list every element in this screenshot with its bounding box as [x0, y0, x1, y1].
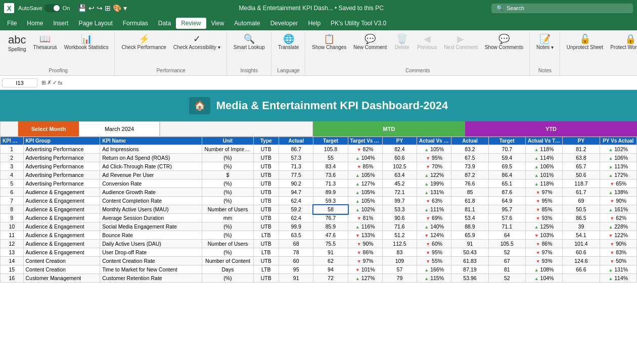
menu-view[interactable]: View: [206, 18, 230, 29]
check-accessibility-button[interactable]: ✓ Check Accessibility ▾: [170, 32, 223, 53]
protect-workbook-label: Protect Workbook: [610, 44, 637, 51]
table-row[interactable]: 16Customer ManagementCustomer Retention …: [1, 274, 637, 283]
translate-button[interactable]: 🌐 Translate: [275, 32, 302, 53]
more-icon[interactable]: ▾: [123, 4, 127, 12]
search-box[interactable]: 🔍 Search: [491, 4, 633, 13]
notes-button[interactable]: 📝 Notes ▾: [533, 32, 557, 53]
fill-icon[interactable]: 🎨: [113, 4, 121, 12]
autosave-section: AutoSave On: [18, 4, 70, 12]
save-icon[interactable]: 💾: [78, 4, 86, 12]
sheet-container: 🏠 Media & Entertainment KPI Dashboard-20…: [0, 90, 637, 364]
formula-input[interactable]: [67, 80, 635, 86]
cancel-icon[interactable]: ✗: [47, 79, 52, 86]
show-changes-button[interactable]: 📋 Show Changes: [309, 32, 349, 53]
app-icon: X: [4, 3, 14, 13]
next-comment-label: Next Comment: [444, 44, 478, 51]
table-row[interactable]: 15Content CreationTime to Market for New…: [1, 265, 637, 274]
delete-comment-icon: 🗑️: [396, 34, 407, 43]
next-comment-button[interactable]: ▶ Next Comment: [441, 32, 481, 53]
kpi-table: KPI Number KPI Group KPI Name Unit Type …: [0, 136, 637, 283]
smart-lookup-label: Smart Lookup: [234, 44, 265, 51]
month-value[interactable]: March 2024: [79, 121, 160, 136]
table-row[interactable]: 10Audience & EngagementSocial Media Enga…: [1, 222, 637, 231]
th-mtd-avpy: Actual Vs PY: [417, 137, 451, 145]
table-row[interactable]: 9Audience & EngagementAverage Session Du…: [1, 214, 637, 222]
th-ytd-target: Target: [488, 137, 525, 145]
th-mtd-py: PY: [382, 137, 417, 145]
new-comment-label: New Comment: [353, 44, 387, 51]
menu-file[interactable]: File: [2, 18, 22, 29]
menu-review[interactable]: Review: [176, 18, 206, 29]
check-accessibility-icon: ✓: [193, 34, 201, 43]
smart-lookup-button[interactable]: 🔍 Smart Lookup: [231, 32, 268, 53]
check-performance-button[interactable]: ⚡ Check Performance: [118, 32, 169, 53]
table-row[interactable]: 2Advertising PerformanceReturn on Ad Spe…: [1, 154, 637, 162]
menu-developer[interactable]: Developer: [265, 18, 303, 29]
performance-group-label: Performance: [118, 66, 223, 73]
menu-insert[interactable]: Insert: [48, 18, 73, 29]
menu-help[interactable]: Help: [303, 18, 326, 29]
menu-page-layout[interactable]: Page Layout: [73, 18, 117, 29]
table-row[interactable]: 12Audience & EngagementDaily Active User…: [1, 240, 637, 248]
show-comments-button[interactable]: 💬 Show Comments: [482, 32, 526, 53]
menu-automate[interactable]: Automate: [229, 18, 265, 29]
new-comment-icon: 💬: [365, 34, 376, 43]
undo-icon[interactable]: ↩: [88, 4, 95, 12]
th-type: Type: [253, 137, 279, 145]
check-performance-icon: ⚡: [139, 34, 150, 43]
table-row[interactable]: 4Advertising PerformanceAd Revenue Per U…: [1, 171, 637, 179]
th-unit: Unit: [202, 137, 253, 145]
home-icon[interactable]: 🏠: [189, 97, 210, 114]
title-bar: X AutoSave On 💾 ↩ ↪ ⊞ 🎨 ▾ Media & Entert…: [0, 0, 637, 16]
notes-label: Notes ▾: [536, 44, 554, 51]
next-comment-icon: ▶: [457, 34, 464, 43]
table-row[interactable]: 6Audience & EngagementAudience Growth Ra…: [1, 188, 637, 197]
menu-formulas[interactable]: Formulas: [118, 18, 153, 29]
table-row[interactable]: 14Content CreationContent Creation RateN…: [1, 257, 637, 265]
table-row[interactable]: 13Audience & EngagementUser Drop-off Rat…: [1, 248, 637, 257]
workbook-stats-button[interactable]: 📊 Workbook Statistics: [61, 32, 112, 53]
redo-icon[interactable]: ↪: [97, 4, 103, 12]
menu-pk-utility[interactable]: PK's Utility Tool V3.0: [326, 18, 391, 29]
th-kpi-number: KPI Number: [1, 137, 24, 145]
changes-group-label: Comments: [309, 66, 526, 73]
table-row[interactable]: 7Audience & EngagementContent Completion…: [1, 197, 637, 205]
protect-workbook-button[interactable]: 🔒 Protect Workbook: [607, 32, 637, 53]
show-changes-icon: 📋: [324, 34, 335, 43]
menu-data[interactable]: Data: [153, 18, 176, 29]
workbook-stats-icon: 📊: [81, 34, 92, 43]
table-row[interactable]: 8Audience & EngagementMonthly Active Use…: [1, 205, 637, 214]
cell-reference-input[interactable]: I13: [2, 78, 37, 87]
check-performance-label: Check Performance: [121, 44, 166, 51]
table-row[interactable]: 5Advertising PerformanceConversion Rate(…: [1, 179, 637, 188]
unprotect-sheet-button[interactable]: 🔓 Unprotect Sheet: [564, 32, 606, 53]
spelling-button[interactable]: abc Spelling: [5, 32, 29, 55]
th-ytd-actual: Actual: [451, 137, 488, 145]
menu-home[interactable]: Home: [22, 18, 48, 29]
spelling-icon: abc: [8, 34, 26, 46]
previous-comment-button[interactable]: ◀ Previous: [414, 32, 440, 53]
th-mtd-actual: Actual: [279, 137, 313, 145]
new-comment-button[interactable]: 💬 New Comment: [350, 32, 390, 53]
show-comments-label: Show Comments: [485, 44, 523, 51]
mtd-header: MTD: [313, 121, 465, 136]
previous-comment-icon: ◀: [424, 34, 431, 43]
ribbon-group-performance: ⚡ Check Performance ✓ Check Accessibilit…: [115, 32, 226, 75]
grid-icon[interactable]: ⊞: [105, 4, 111, 12]
table-row[interactable]: 1Advertising PerformanceAd ImpressionsNu…: [1, 145, 637, 154]
function-icon[interactable]: fx: [58, 80, 63, 86]
delete-comment-button[interactable]: 🗑️ Delete: [391, 32, 413, 53]
show-changes-label: Show Changes: [312, 44, 346, 51]
expand-icon: ⊞: [41, 79, 46, 86]
ytd-header: YTD: [465, 121, 637, 136]
thesaurus-button[interactable]: 📖 Thesaurus: [30, 32, 60, 53]
ribbon-group-protect: 🔓 Unprotect Sheet 🔒 Protect Workbook 📄 A…: [561, 32, 637, 75]
autosave-toggle[interactable]: [44, 4, 61, 12]
delete-comment-label: Delete: [395, 44, 410, 51]
confirm-icon[interactable]: ✓: [53, 79, 57, 86]
table-row[interactable]: 3Advertising PerformanceAd Click-Through…: [1, 162, 637, 171]
table-row[interactable]: 11Audience & EngagementBounce Rate(%)LTB…: [1, 231, 637, 240]
ribbon-group-notes: 📝 Notes ▾ Notes: [530, 32, 560, 75]
dashboard-title: Media & Entertainment KPI Dashboard-2024: [216, 99, 448, 112]
select-month-button[interactable]: Select Month: [18, 121, 79, 136]
